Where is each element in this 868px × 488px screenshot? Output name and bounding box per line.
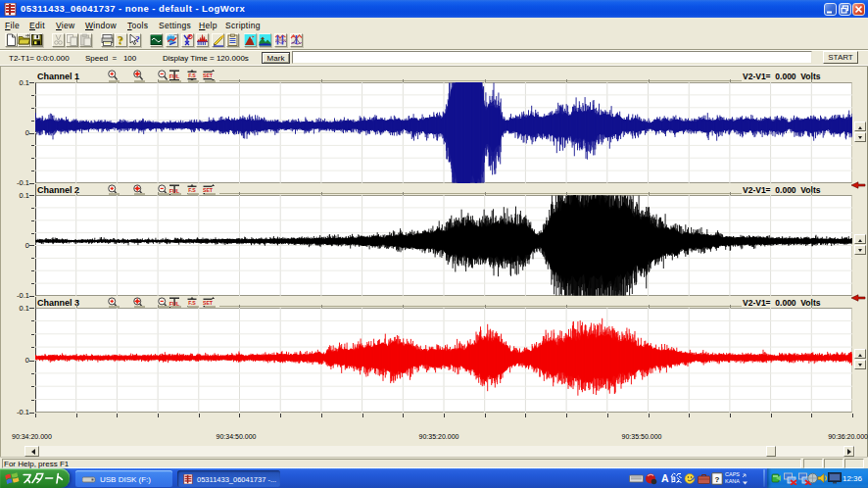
svg-text:SET: SET (203, 73, 214, 78)
svg-text:?: ? (118, 33, 123, 47)
svg-text:?: ? (715, 475, 720, 484)
svg-text:F.S: F.S (188, 73, 196, 78)
svg-text:?: ? (135, 34, 140, 44)
svg-text:FUL: FUL (169, 73, 180, 78)
